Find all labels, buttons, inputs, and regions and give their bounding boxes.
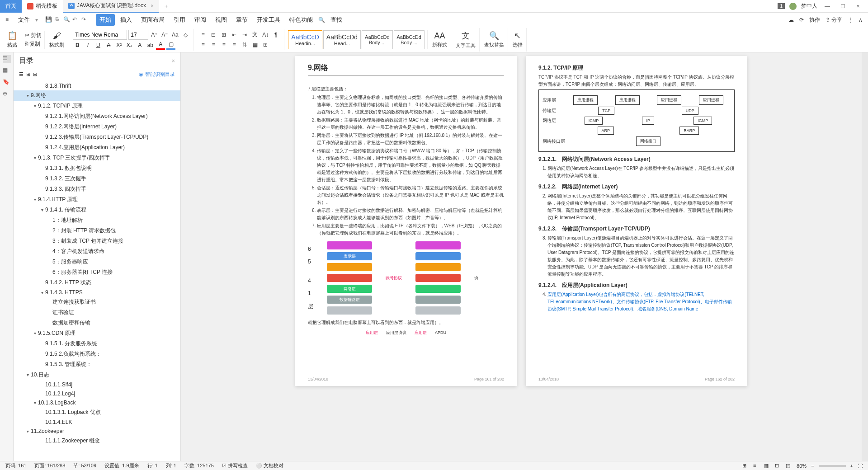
align-justify-button[interactable]: ≡ [230, 40, 239, 49]
maximize-icon[interactable]: ☐ [837, 3, 848, 9]
outline-item[interactable]: 9.1.5.3. 管理系统： [14, 359, 180, 370]
outline-item[interactable]: 9.1.2.2.网络层(Internet Layer) [14, 122, 180, 132]
outline-tool-icon[interactable]: ⊟ [33, 71, 37, 77]
style-body2[interactable]: AaBbCcDdBody ... [394, 30, 425, 49]
font-color-button[interactable]: A [135, 41, 144, 50]
zoom-value[interactable]: 80% [797, 463, 807, 469]
tab-document[interactable]: WJAVA核心面试知识整理.docx× [63, 0, 159, 13]
outline-item[interactable]: 10.1.4.ELK [14, 418, 180, 427]
print-icon[interactable]: 🖶 [54, 16, 61, 24]
outline-item[interactable]: 9.1.3.2. 三次握手 [14, 174, 180, 184]
outline-item[interactable]: 5：服务器响应 [14, 257, 180, 267]
clear-format-icon[interactable]: ◇ [181, 30, 190, 39]
outline-item[interactable]: 建立连接获取证书 [14, 297, 180, 307]
minimize-icon[interactable]: — [822, 3, 833, 9]
bold-button[interactable]: B [73, 41, 82, 50]
strike-button[interactable]: A [104, 41, 113, 50]
outline-item[interactable]: ▾9.1.4.HTTP 原理 [14, 194, 180, 205]
menu-section[interactable]: 章节 [232, 14, 251, 26]
shading-button[interactable]: ▦ [250, 40, 259, 49]
style-heading[interactable]: AaBbCcDHeadin... [288, 30, 322, 49]
document-area[interactable]: 9.网络 7 层模型主要包括： 物理层：主要定义物理设备标准，如网线的接口类型、… [181, 52, 862, 461]
outline-item[interactable]: 11.1.1.Zookeeper 概念 [14, 436, 180, 446]
text-tool-button[interactable]: 文文字工具 [452, 28, 480, 52]
outline-item[interactable]: 10.1.1.Slf4j [14, 380, 180, 389]
outline-item[interactable]: 3：封装成 TCP 包并建立连接 [14, 236, 180, 246]
font-grow-icon[interactable]: A⁺ [150, 30, 159, 39]
multilevel-button[interactable]: ⊞ [219, 30, 228, 39]
outline-item[interactable]: 9.1.2.3.传输层(Tramsport Layer-TCP/UDP) [14, 132, 180, 142]
menu-layout[interactable]: 页面布局 [137, 14, 168, 26]
outline-item[interactable]: 数据加密和传输 [14, 318, 180, 328]
menu-coop[interactable]: 协作 [809, 16, 820, 24]
view-mode-icon[interactable]: ⊞ [742, 463, 749, 469]
spell-check-button[interactable]: ☑ 拼写检查 [222, 462, 248, 469]
outline-item[interactable]: ▾9.1.4.3. HTTPS [14, 288, 180, 297]
outline-item[interactable]: ▾11.Zookeeper [14, 427, 180, 436]
tab-template[interactable]: 稻壳模板 [22, 0, 63, 13]
font-size-select[interactable] [128, 30, 148, 40]
brush-group[interactable]: 🖌 格式刷 [46, 28, 68, 52]
hamburger-icon[interactable]: ≡ [5, 16, 13, 24]
zoom-in-button[interactable]: + [850, 463, 853, 469]
align-right-button[interactable]: ≡ [219, 40, 228, 49]
menu-expand-icon[interactable]: ∧ [859, 17, 863, 23]
outline-item[interactable]: 2：封装 HTTP 请求数据包 [14, 226, 180, 236]
subscript-button[interactable]: X₂ [125, 41, 134, 50]
paste-button[interactable]: 📋 [7, 31, 17, 41]
align-center-button[interactable]: ≡ [209, 40, 218, 49]
font-shrink-icon[interactable]: A⁻ [160, 30, 169, 39]
undo-icon[interactable]: ↶ [72, 16, 80, 24]
redo-icon[interactable]: ↷ [81, 16, 89, 24]
menu-dev[interactable]: 开发工具 [253, 14, 284, 26]
outline-item[interactable]: 10.1.3.1. Logback 优点 [14, 407, 180, 418]
menu-more-icon[interactable]: ⋮ [848, 17, 853, 23]
menu-file[interactable]: 文件 [14, 14, 33, 26]
find-replace-button[interactable]: 🔍查找替换 [481, 28, 508, 52]
outline-item[interactable]: 10.1.2.Log4j [14, 389, 180, 398]
outline-item[interactable]: ▾9.1.3. TCP 三次握手/四次挥手 [14, 153, 180, 163]
menu-start[interactable]: 开始 [96, 14, 115, 26]
text-direction-button[interactable]: 文 [250, 30, 259, 39]
fill-color-button[interactable]: ▢ [166, 41, 175, 50]
superscript-button[interactable]: X² [114, 41, 123, 50]
close-window-icon[interactable]: × [853, 3, 863, 9]
numbering-button[interactable]: ⊟ [209, 30, 218, 39]
outline-tool-icon[interactable]: ☰ [19, 71, 24, 77]
fullscreen-icon[interactable]: ⛶ [858, 463, 863, 469]
outline-item[interactable]: 9.1.3.1. 数据包说明 [14, 163, 180, 174]
text-color-button[interactable]: A [156, 41, 165, 50]
outline-item[interactable]: 1：地址解析 [14, 215, 180, 226]
show-marks-button[interactable]: ¶ [271, 30, 280, 39]
italic-button[interactable]: I [83, 41, 92, 50]
select-button[interactable]: ↖选择 [509, 28, 527, 52]
indent-right-button[interactable]: ⇥ [240, 30, 249, 39]
menu-share[interactable]: ⇪ 分享 [826, 16, 842, 24]
outline-item[interactable]: 9.1.5.2.负载均衡系统： [14, 349, 180, 359]
bullets-button[interactable]: ≡ [198, 30, 208, 39]
tab-home[interactable]: 首页 [0, 0, 22, 13]
menu-insert[interactable]: 插入 [117, 14, 136, 26]
save-icon[interactable]: 💾 [45, 16, 52, 24]
zoom-out-button[interactable]: − [811, 463, 814, 469]
style-head2[interactable]: AaBbCcDdHead... [323, 30, 361, 49]
zoom-slider[interactable] [819, 465, 846, 467]
style-body1[interactable]: AaBbCcDdBody ... [362, 30, 392, 49]
outline-close-icon[interactable]: × [172, 58, 175, 64]
change-case-icon[interactable]: Aa [170, 30, 179, 39]
zoom-icon[interactable]: ⊕ [3, 90, 11, 99]
menu-view[interactable]: 视图 [212, 14, 231, 26]
outline-tool-icon[interactable]: ⊞ [26, 71, 30, 77]
outline-item[interactable]: 9.1.2.1.网络访问层(Network Access Layer) [14, 111, 180, 122]
cut-button[interactable]: ✂ 剪切 [25, 32, 42, 39]
right-scrollbar[interactable] [862, 52, 868, 461]
outline-item[interactable]: ▾9.1.5.CDN 原理 [14, 328, 180, 338]
outline-item[interactable]: ▾10.日志 [14, 370, 180, 380]
menu-review[interactable]: 审阅 [191, 14, 210, 26]
underline-button[interactable]: U [94, 41, 103, 50]
new-style-button[interactable]: AA新样式 [429, 28, 451, 52]
avatar[interactable] [789, 3, 797, 10]
menu-search[interactable]: 查找 [327, 14, 346, 26]
outline-item[interactable]: 6：服务器关闭 TCP 连接 [14, 267, 180, 277]
outline-item[interactable]: 9.1.2.4.应用层(Application Layer) [14, 142, 180, 153]
